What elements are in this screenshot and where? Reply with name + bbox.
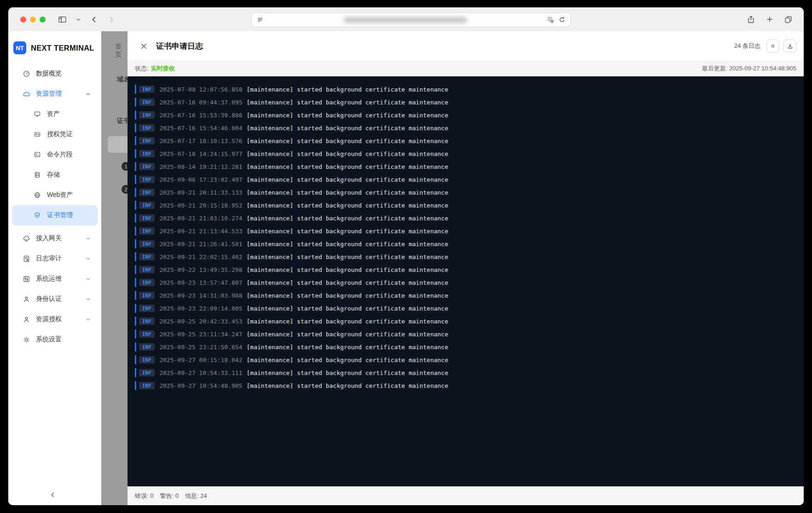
- status-value: 实时接收: [151, 64, 175, 73]
- log-level-badge: INF: [139, 163, 155, 170]
- sidebar-item-command-snippets[interactable]: 命令片段: [12, 144, 98, 165]
- log-level-badge: INF: [139, 111, 155, 119]
- log-message: [maintenance] started background certifi…: [246, 344, 448, 351]
- sidebar-item-data-overview[interactable]: 数据概览: [12, 63, 98, 84]
- log-message: [maintenance] started background certifi…: [246, 266, 448, 273]
- log-level-bar: [135, 226, 136, 236]
- sidebar-item-storage[interactable]: 存储: [12, 165, 98, 185]
- log-footer: 错误: 0 警告: 0 信息: 24: [128, 486, 804, 505]
- sidebar-chevron-down-icon[interactable]: [75, 17, 81, 23]
- sidebar-toggle-icon[interactable]: [58, 15, 67, 24]
- log-timestamp: 2025-07-18 14:24:15.977: [159, 150, 242, 157]
- certificate-label: 证书: [117, 117, 128, 125]
- monitor-icon: [33, 110, 41, 118]
- minimize-window-button[interactable]: [30, 17, 36, 23]
- sidebar-item-credentials[interactable]: 授权凭证: [12, 124, 98, 144]
- reader-icon[interactable]: [256, 16, 264, 23]
- log-row: INF2025-09-23 14:31:03.988[maintenance] …: [128, 289, 804, 302]
- auditlog-icon: [22, 255, 30, 263]
- log-timestamp: 2025-09-25 23:21:50.654: [159, 344, 242, 351]
- sidebar-menu: 数据概览资源管理资产授权凭证命令片段存储Web资产证书管理接入网关日志审计系统运…: [8, 61, 101, 350]
- log-level-badge: INF: [139, 176, 155, 183]
- close-window-button[interactable]: [20, 17, 26, 23]
- log-row: INF2025-08-14 19:21:12.281[maintenance] …: [128, 160, 804, 173]
- app-logo: NT: [13, 41, 26, 54]
- tab-overview-icon[interactable]: [784, 15, 793, 24]
- log-console[interactable]: INF2025-07-08 12:07:56.858[maintenance] …: [128, 76, 804, 486]
- chevron-down-icon: [85, 256, 91, 262]
- log-message: [maintenance] started background certifi…: [246, 202, 448, 209]
- sidebar-item-label: 接入网关: [36, 234, 62, 242]
- log-row: INF2025-09-21 20:11:33.133[maintenance] …: [128, 186, 804, 199]
- address-bar[interactable]: [251, 12, 571, 27]
- sidebar-collapse-icon[interactable]: [49, 491, 57, 499]
- sidebar-item-certificate-management[interactable]: 证书管理: [12, 205, 98, 225]
- sidebar-item-label: 资源管理: [36, 90, 62, 98]
- reload-icon[interactable]: [558, 16, 566, 23]
- close-icon[interactable]: [139, 42, 148, 51]
- sidebar-item-assets[interactable]: 资产: [12, 104, 98, 124]
- log-level-bar: [135, 98, 136, 107]
- sidebar-item-system-ops[interactable]: 系统运维: [12, 269, 98, 289]
- log-row: INF2025-09-23 13:57:47.807[maintenance] …: [128, 276, 804, 289]
- user-icon: [22, 316, 30, 323]
- log-level-badge: INF: [139, 305, 155, 312]
- chevron-down-icon: [85, 236, 91, 242]
- sidebar-item-resource-authorization[interactable]: 资源授权: [12, 309, 98, 329]
- chevron-down-icon: [85, 317, 91, 323]
- log-count: 24 条日志: [734, 42, 760, 50]
- idcard-icon: [33, 131, 41, 138]
- sidebar-item-resource-management[interactable]: 资源管理: [12, 84, 98, 104]
- log-message: [maintenance] started background certifi…: [246, 86, 448, 93]
- storage-icon: [33, 171, 41, 179]
- browser-titlebar: [8, 7, 804, 32]
- sidebar-item-system-settings[interactable]: 系统设置: [12, 329, 98, 350]
- log-timestamp: 2025-09-27 10:54:48.905: [159, 382, 242, 389]
- chevron-down-icon: [85, 296, 91, 302]
- download-button[interactable]: [783, 40, 796, 52]
- zoom-window-button[interactable]: [40, 17, 46, 23]
- certificate-log-drawer: 证书申请日志 24 条日志 状态: 实时接收 最后更新: 2025-09-27 …: [128, 31, 804, 505]
- log-level-badge: INF: [139, 202, 155, 209]
- step-badge: 2: [122, 185, 128, 194]
- log-level-bar: [135, 85, 136, 94]
- share-icon[interactable]: [747, 15, 755, 24]
- log-row: INF2025-09-25 20:42:33.453[maintenance] …: [128, 315, 804, 328]
- warning-count: 警告: 0: [160, 492, 178, 500]
- log-level-badge: INF: [139, 253, 155, 260]
- log-timestamp: 2025-09-21 21:13:44.533: [159, 228, 242, 235]
- breadcrumb: 首页: [115, 42, 128, 59]
- log-row: INF2025-09-27 10:54:33.111[maintenance] …: [128, 366, 804, 379]
- step-badge: 1: [122, 162, 128, 171]
- log-row: INF2025-09-23 22:09:14.005[maintenance] …: [128, 302, 804, 315]
- log-message: [maintenance] started background certifi…: [246, 215, 448, 222]
- log-message: [maintenance] started background certifi…: [246, 138, 448, 144]
- translate-icon[interactable]: [547, 16, 555, 24]
- sidebar-item-label: 系统设置: [36, 335, 62, 344]
- log-row: INF2025-09-21 21:13:44.533[maintenance] …: [128, 225, 804, 237]
- log-level-badge: INF: [139, 214, 155, 222]
- forward-button[interactable]: [107, 15, 116, 24]
- back-button[interactable]: [90, 15, 99, 24]
- log-level-badge: INF: [139, 124, 155, 132]
- sidebar-item-label: 命令片段: [47, 150, 73, 159]
- log-level-bar: [135, 317, 136, 326]
- log-message: [maintenance] started background certifi…: [246, 369, 448, 376]
- sidebar-item-log-audit[interactable]: 日志审计: [12, 248, 98, 269]
- sidebar-item-web-assets[interactable]: Web资产: [12, 185, 98, 205]
- status-label: 状态:: [135, 64, 149, 73]
- log-level-badge: INF: [139, 369, 155, 376]
- log-message: [maintenance] started background certifi…: [246, 357, 448, 363]
- sidebar-item-identity-auth[interactable]: 身份认证: [12, 289, 98, 309]
- log-level-badge: INF: [139, 317, 155, 325]
- pause-button[interactable]: [766, 40, 779, 52]
- new-tab-icon[interactable]: [766, 15, 774, 23]
- drawer-header: 证书申请日志 24 条日志: [128, 31, 804, 61]
- sidebar-item-access-gateway[interactable]: 接入网关: [12, 228, 98, 248]
- sidebar-item-label: 日志审计: [36, 254, 62, 263]
- log-level-badge: INF: [139, 382, 155, 389]
- chevron-down-icon: [85, 276, 91, 282]
- terminal-icon: [33, 151, 41, 158]
- log-timestamp: 2025-07-17 18:10:13.576: [159, 138, 242, 144]
- log-timestamp: 2025-09-27 00:15:18.042: [159, 357, 242, 363]
